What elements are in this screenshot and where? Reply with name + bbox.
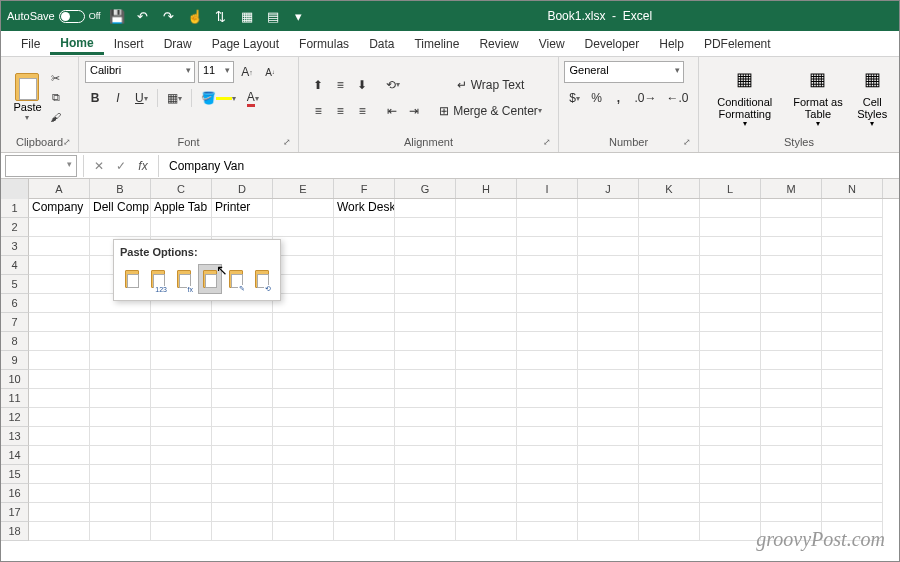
- cell[interactable]: [700, 408, 761, 427]
- col-header[interactable]: A: [29, 179, 90, 198]
- cell[interactable]: [395, 370, 456, 389]
- cell[interactable]: [822, 313, 883, 332]
- cell[interactable]: [273, 351, 334, 370]
- cell[interactable]: [822, 199, 883, 218]
- touch-mode-icon[interactable]: ☝: [187, 8, 203, 24]
- cell[interactable]: [90, 465, 151, 484]
- cell[interactable]: [334, 313, 395, 332]
- cell[interactable]: [700, 465, 761, 484]
- cell[interactable]: [578, 389, 639, 408]
- cell[interactable]: [639, 465, 700, 484]
- cell[interactable]: [639, 218, 700, 237]
- cell[interactable]: [29, 256, 90, 275]
- row-header[interactable]: 6: [1, 294, 29, 313]
- cell[interactable]: [151, 313, 212, 332]
- cell[interactable]: [578, 256, 639, 275]
- cell[interactable]: [639, 427, 700, 446]
- cell[interactable]: [90, 408, 151, 427]
- cell[interactable]: [395, 332, 456, 351]
- cell[interactable]: [395, 446, 456, 465]
- cell[interactable]: [212, 218, 273, 237]
- cell[interactable]: [700, 427, 761, 446]
- cell[interactable]: [578, 503, 639, 522]
- cell[interactable]: [456, 275, 517, 294]
- cell[interactable]: [212, 389, 273, 408]
- cell[interactable]: [639, 332, 700, 351]
- cell[interactable]: [456, 427, 517, 446]
- tab-formulas[interactable]: Formulas: [289, 33, 359, 55]
- cell[interactable]: [517, 218, 578, 237]
- cell[interactable]: [578, 313, 639, 332]
- cell[interactable]: [761, 427, 822, 446]
- cell[interactable]: [334, 275, 395, 294]
- cell[interactable]: Printer: [212, 199, 273, 218]
- cell[interactable]: [29, 370, 90, 389]
- cell[interactable]: [700, 503, 761, 522]
- cell[interactable]: [456, 522, 517, 541]
- row-header[interactable]: 7: [1, 313, 29, 332]
- cell[interactable]: [700, 370, 761, 389]
- cell[interactable]: [456, 199, 517, 218]
- cell[interactable]: [151, 218, 212, 237]
- cell[interactable]: [212, 446, 273, 465]
- col-header[interactable]: H: [456, 179, 517, 198]
- cell[interactable]: [517, 408, 578, 427]
- cell[interactable]: [517, 370, 578, 389]
- col-header[interactable]: D: [212, 179, 273, 198]
- cell[interactable]: [578, 370, 639, 389]
- cell[interactable]: [212, 427, 273, 446]
- row-header[interactable]: 11: [1, 389, 29, 408]
- percent-format-button[interactable]: %: [586, 87, 606, 109]
- cell[interactable]: [822, 332, 883, 351]
- cell[interactable]: [456, 332, 517, 351]
- cell[interactable]: [90, 351, 151, 370]
- row-header[interactable]: 9: [1, 351, 29, 370]
- cell[interactable]: [29, 522, 90, 541]
- cell[interactable]: [273, 446, 334, 465]
- cell[interactable]: [761, 389, 822, 408]
- tab-insert[interactable]: Insert: [104, 33, 154, 55]
- cell[interactable]: [151, 522, 212, 541]
- tab-help[interactable]: Help: [649, 33, 694, 55]
- paste-option-transpose[interactable]: [198, 264, 222, 294]
- cell[interactable]: [90, 446, 151, 465]
- cell[interactable]: [90, 370, 151, 389]
- cell[interactable]: [212, 370, 273, 389]
- cell[interactable]: [578, 332, 639, 351]
- cell[interactable]: [822, 465, 883, 484]
- cell[interactable]: [273, 408, 334, 427]
- cell[interactable]: [212, 503, 273, 522]
- cell[interactable]: [578, 294, 639, 313]
- cell[interactable]: [29, 484, 90, 503]
- cell[interactable]: [456, 408, 517, 427]
- cell[interactable]: [822, 351, 883, 370]
- cell[interactable]: [395, 408, 456, 427]
- tab-data[interactable]: Data: [359, 33, 404, 55]
- cell[interactable]: [29, 427, 90, 446]
- cell[interactable]: [822, 408, 883, 427]
- cell[interactable]: [700, 294, 761, 313]
- cell[interactable]: [578, 351, 639, 370]
- cell[interactable]: [456, 294, 517, 313]
- font-name-combo[interactable]: Calibri: [85, 61, 195, 83]
- cell[interactable]: [761, 370, 822, 389]
- cell[interactable]: [700, 484, 761, 503]
- cell[interactable]: [517, 237, 578, 256]
- cell[interactable]: [212, 408, 273, 427]
- col-header[interactable]: M: [761, 179, 822, 198]
- cell[interactable]: [29, 389, 90, 408]
- cell[interactable]: [517, 275, 578, 294]
- cell[interactable]: [151, 446, 212, 465]
- decrease-decimal-button[interactable]: ←.0: [663, 87, 693, 109]
- cell[interactable]: [517, 199, 578, 218]
- cell[interactable]: [822, 370, 883, 389]
- row-header[interactable]: 2: [1, 218, 29, 237]
- cell[interactable]: [151, 370, 212, 389]
- col-header[interactable]: G: [395, 179, 456, 198]
- align-bottom-button[interactable]: ⬇: [352, 74, 372, 96]
- cell[interactable]: [578, 427, 639, 446]
- cell[interactable]: [29, 446, 90, 465]
- cell[interactable]: [822, 503, 883, 522]
- cell[interactable]: [334, 294, 395, 313]
- cell[interactable]: [456, 389, 517, 408]
